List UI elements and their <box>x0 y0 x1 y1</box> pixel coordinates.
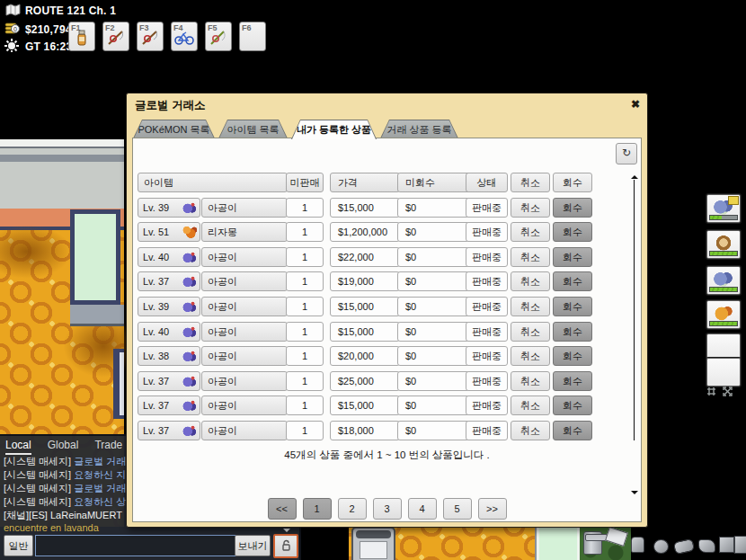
level-cell[interactable]: Lv. 39 <box>138 297 200 316</box>
party-slot-1[interactable] <box>706 194 741 223</box>
close-icon[interactable]: ✖ <box>631 98 640 111</box>
hotkey-slot-f6[interactable]: F6 <box>239 22 266 51</box>
level-cell[interactable]: Lv. 37 <box>138 396 200 415</box>
ground-item-icon[interactable] <box>653 539 669 554</box>
chat-input-row: 일반 보내기 <box>0 535 299 560</box>
cancel-button[interactable]: 취소 <box>511 297 550 316</box>
cancel-button[interactable]: 취소 <box>511 271 550 291</box>
location-label: ROUTE 121 Ch. 1 <box>25 4 116 17</box>
ground-item-icon[interactable] <box>631 537 644 553</box>
page-3-button[interactable]: 3 <box>373 498 402 520</box>
page-2-button[interactable]: 2 <box>338 498 367 520</box>
collect-button[interactable]: 회수 <box>553 322 592 342</box>
party-slot-3[interactable] <box>706 266 741 295</box>
collect-button[interactable]: 회수 <box>553 371 592 391</box>
chat-tab-local[interactable]: Local <box>5 439 31 455</box>
unclaimed-cell: $0 <box>397 346 470 366</box>
chat-channel-button[interactable]: 일반 <box>4 535 33 556</box>
dialog-title: 글로벌 거래소 <box>135 98 205 113</box>
party-pokemon-sprite <box>714 271 733 286</box>
collect-button[interactable]: 회수 <box>553 346 592 366</box>
ground-item-icon[interactable] <box>719 537 734 553</box>
pokemon-sprite-icon <box>182 275 197 288</box>
name-cell[interactable]: 아공이 <box>201 297 288 316</box>
table-row: Lv. 37 아공이 1 $25,000 $0 판매중 취소 회수 <box>133 371 641 391</box>
name-cell[interactable]: 아공이 <box>201 421 288 440</box>
scroll-up-icon[interactable] <box>631 172 638 179</box>
level-cell[interactable]: Lv. 51 <box>138 222 200 242</box>
expand-panel-icon[interactable] <box>723 387 733 396</box>
ground-item-icon[interactable] <box>698 539 715 553</box>
ground-item-icon[interactable] <box>673 538 695 555</box>
tab-create-listing[interactable]: 거래 상품 등록 <box>380 120 458 138</box>
price-cell: $15,000 <box>330 297 400 316</box>
hotkey-slot-f5[interactable]: F5 <box>205 22 232 51</box>
level-cell[interactable]: Lv. 40 <box>138 247 200 267</box>
dialog-body: ↻ 아이템 미판매 가격 미회수 상태 취소 회수 Lv. 39 아공이 1 $… <box>132 138 642 522</box>
hotkey-slot-f4[interactable]: F4 <box>171 22 198 51</box>
collect-button[interactable]: 회수 <box>553 198 592 218</box>
chat-input[interactable] <box>35 535 238 556</box>
page-next-button[interactable]: >> <box>478 498 507 520</box>
page-first-button[interactable]: << <box>268 498 297 520</box>
party-slot-2[interactable] <box>706 230 741 259</box>
chat-tab-trade[interactable]: Trade <box>94 439 122 455</box>
party-slot-4[interactable] <box>706 300 741 329</box>
money-label: $210,794 <box>25 23 72 36</box>
cancel-button[interactable]: 취소 <box>511 421 550 440</box>
cancel-button[interactable]: 취소 <box>511 247 550 267</box>
cancel-button[interactable]: 취소 <box>511 396 550 415</box>
level-cell[interactable]: Lv. 37 <box>138 371 200 391</box>
tab-item-list[interactable]: 아이템 목록 <box>218 120 288 138</box>
collect-button[interactable]: 회수 <box>553 247 592 267</box>
scrollbar[interactable] <box>634 180 635 440</box>
table-row: Lv. 39 아공이 1 $15,000 $0 판매중 취소 회수 <box>133 198 641 218</box>
level-cell[interactable]: Lv. 37 <box>138 271 200 291</box>
name-cell[interactable]: 아공이 <box>201 346 288 366</box>
collect-button[interactable]: 회수 <box>553 421 592 440</box>
ground-item-icon[interactable] <box>734 536 746 554</box>
page-5-button[interactable]: 5 <box>443 498 472 520</box>
name-cell[interactable]: 아공이 <box>201 198 288 218</box>
chat-send-button[interactable]: 보내기 <box>235 535 271 556</box>
cancel-button[interactable]: 취소 <box>511 322 550 342</box>
name-cell[interactable]: 아공이 <box>201 396 288 415</box>
tab-my-listings[interactable]: 내가 등록한 상품 <box>291 120 377 139</box>
bicycle-icon <box>174 31 194 45</box>
name-cell[interactable]: 리자몽 <box>201 222 288 242</box>
hotkey-slot-f3[interactable]: F3 <box>137 22 164 51</box>
fishing-rod-icon <box>107 30 125 46</box>
refresh-button[interactable]: ↻ <box>616 143 637 164</box>
name-cell[interactable]: 아공이 <box>201 271 288 291</box>
table-row: Lv. 37 아공이 1 $15,000 $0 판매중 취소 회수 <box>133 396 641 415</box>
level-cell[interactable]: Lv. 39 <box>138 198 200 218</box>
scroll-down-icon[interactable] <box>631 491 638 498</box>
move-panel-icon[interactable] <box>706 387 716 396</box>
cancel-button[interactable]: 취소 <box>511 198 550 218</box>
level-cell[interactable]: Lv. 38 <box>138 346 200 366</box>
map-icon <box>5 4 21 16</box>
chat-message: [시스템 매세지] 요청하신 상 <box>4 495 126 509</box>
cancel-button[interactable]: 취소 <box>511 371 550 391</box>
name-cell[interactable]: 아공이 <box>201 322 288 342</box>
cancel-button[interactable]: 취소 <box>511 346 550 366</box>
chat-lock-button[interactable] <box>273 534 298 558</box>
hotkey-slot-f1[interactable]: F1 <box>68 22 95 51</box>
level-cell[interactable]: Lv. 40 <box>138 322 200 342</box>
collect-button[interactable]: 회수 <box>553 271 592 291</box>
game-screen: ROUTE 121 Ch. 1 0 $210,794 GT 16:23 F1 F… <box>0 0 746 560</box>
page-4-button[interactable]: 4 <box>408 498 437 520</box>
level-cell[interactable]: Lv. 37 <box>138 421 200 440</box>
chat-tab-global[interactable]: Global <box>48 439 79 455</box>
collect-button[interactable]: 회수 <box>553 396 592 415</box>
tab-pokemon-list[interactable]: POKéMON 목록 <box>133 120 215 138</box>
map-wall <box>0 139 124 209</box>
hotkey-slot-f2[interactable]: F2 <box>102 22 129 51</box>
collect-button[interactable]: 회수 <box>553 222 592 242</box>
cancel-button[interactable]: 취소 <box>511 222 550 242</box>
name-cell[interactable]: 아공이 <box>201 371 288 391</box>
party-slot-6[interactable] <box>706 358 741 387</box>
page-1-button[interactable]: 1 <box>303 498 332 520</box>
name-cell[interactable]: 아공이 <box>201 247 288 267</box>
collect-button[interactable]: 회수 <box>553 297 592 316</box>
